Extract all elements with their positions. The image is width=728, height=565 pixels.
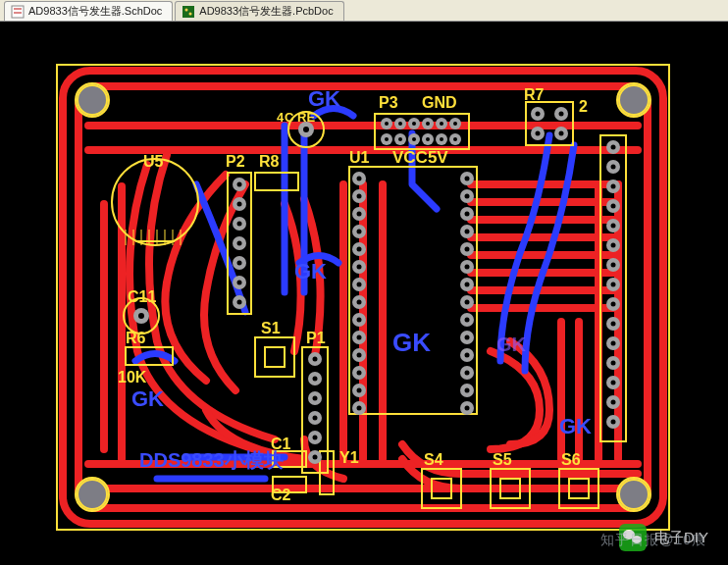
svg-rect-32 (265, 347, 285, 367)
svg-point-50 (357, 230, 362, 234)
svg-point-118 (611, 322, 616, 327)
svg-point-76 (465, 212, 470, 217)
designator-p2: P2 (226, 153, 245, 170)
svg-point-11 (76, 83, 109, 117)
designator-u1: U1 (349, 149, 370, 166)
net-vcc: VCC5V (392, 148, 448, 167)
svg-point-4 (185, 8, 188, 11)
svg-point-15 (76, 478, 109, 511)
svg-point-164 (440, 122, 443, 126)
svg-point-17 (617, 478, 650, 511)
pcb-canvas[interactable]: U5 C11 P2 R8 U1 P3 GND VCC5V R7 2 R6 10K… (0, 22, 728, 565)
pcbdoc-icon (182, 5, 195, 19)
net-gnd: GND (422, 94, 457, 111)
silk-gk-4: GK (392, 328, 431, 357)
svg-point-162 (426, 122, 430, 126)
schdoc-icon (11, 5, 25, 19)
designator-p3: P3 (379, 94, 398, 111)
svg-point-48 (357, 212, 362, 217)
designator-s1: S1 (261, 320, 281, 336)
svg-rect-28 (255, 173, 298, 190)
designator-p1: P1 (306, 330, 326, 346)
svg-point-144 (313, 357, 318, 362)
svg-point-94 (465, 371, 470, 376)
svg-point-182 (559, 112, 564, 117)
svg-point-54 (357, 265, 362, 270)
svg-point-5 (189, 12, 192, 15)
svg-point-174 (426, 137, 430, 141)
svg-point-160 (412, 122, 416, 126)
designator-s5: S5 (493, 451, 512, 468)
svg-point-170 (398, 137, 402, 141)
svg-point-104 (611, 184, 616, 189)
designator-s6: S6 (561, 451, 581, 468)
svg-point-152 (313, 436, 318, 440)
svg-point-156 (385, 122, 389, 126)
document-tabs: AD9833信号发生器.SchDoc AD9833信号发生器.PcbDoc (0, 0, 728, 22)
tab-schdoc[interactable]: AD9833信号发生器.SchDoc (4, 1, 173, 21)
designator-r6: R6 (126, 330, 146, 346)
svg-point-138 (237, 261, 242, 266)
r6-value: 10K (118, 369, 147, 385)
pcb-board: U5 C11 P2 R8 U1 P3 GND VCC5V R7 2 R6 10K… (49, 57, 677, 553)
svg-point-140 (237, 281, 242, 285)
svg-point-80 (465, 247, 470, 252)
svg-point-146 (313, 377, 318, 382)
svg-point-66 (357, 371, 362, 376)
svg-point-110 (611, 243, 616, 248)
svg-point-100 (611, 145, 616, 150)
svg-rect-3 (182, 6, 194, 18)
svg-point-128 (611, 420, 616, 425)
designator-s4: S4 (424, 451, 443, 468)
svg-point-84 (465, 282, 470, 287)
svg-point-86 (465, 300, 470, 305)
svg-point-46 (357, 194, 362, 199)
svg-rect-24 (349, 167, 477, 414)
svg-point-136 (237, 241, 242, 246)
designator-u5: U5 (143, 153, 164, 170)
svg-point-186 (559, 131, 564, 136)
svg-point-172 (412, 137, 416, 141)
svg-point-134 (237, 222, 242, 227)
designator-c11: C11 (128, 288, 156, 305)
tab-label: AD9833信号发生器.PcbDoc (199, 4, 333, 19)
svg-rect-1 (14, 8, 22, 10)
svg-point-13 (617, 83, 650, 117)
svg-point-142 (237, 300, 242, 305)
svg-point-166 (453, 122, 457, 126)
watermark-secondary: 知乎日报@10痕 (600, 532, 706, 549)
svg-point-106 (611, 204, 616, 209)
tab-label: AD9833信号发生器.SchDoc (28, 4, 162, 19)
silk-gk-3: GK (131, 386, 164, 411)
svg-point-158 (398, 122, 402, 126)
svg-point-124 (611, 381, 616, 385)
svg-point-90 (465, 335, 470, 340)
svg-point-62 (357, 335, 362, 340)
svg-point-176 (440, 137, 443, 141)
svg-point-190 (138, 313, 144, 319)
svg-point-126 (611, 400, 616, 405)
svg-point-60 (357, 318, 362, 323)
silk-gk-1: GK (308, 86, 340, 111)
svg-point-150 (313, 416, 318, 421)
svg-point-96 (465, 388, 470, 393)
svg-point-78 (465, 230, 470, 234)
silk-gk-2: GK (294, 259, 327, 283)
tab-pcbdoc[interactable]: AD9833信号发生器.PcbDoc (175, 1, 343, 21)
designator-y1: Y1 (339, 449, 359, 466)
svg-point-132 (237, 202, 242, 207)
svg-point-148 (313, 396, 318, 401)
designator-r8: R8 (259, 153, 280, 170)
svg-rect-31 (255, 337, 294, 377)
svg-text:4: 4 (277, 110, 285, 125)
svg-point-52 (357, 247, 362, 252)
svg-point-178 (453, 137, 457, 141)
svg-point-180 (536, 112, 541, 117)
svg-point-122 (611, 361, 616, 366)
svg-point-188 (303, 127, 309, 132)
silk-gk-5: GK (496, 334, 527, 355)
svg-point-102 (611, 165, 616, 170)
svg-point-44 (357, 177, 362, 181)
svg-rect-2 (14, 12, 22, 14)
designator-c2: C2 (271, 487, 291, 503)
